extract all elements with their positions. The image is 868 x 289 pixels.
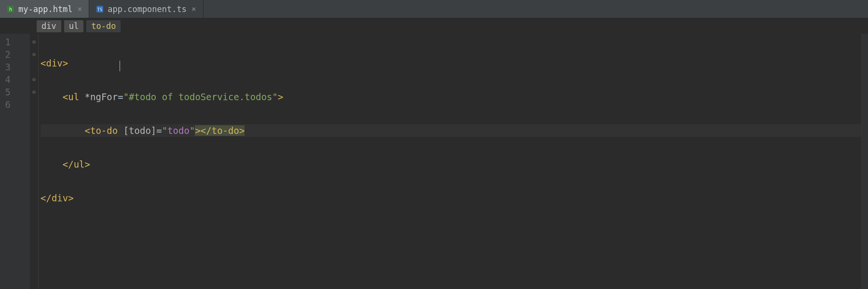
equals: = — [156, 125, 162, 136]
code-body[interactable]: <div> <ul *ngFor="#todo of todoService.t… — [39, 34, 861, 289]
code-line: <div> — [41, 57, 861, 69]
tag-close: > — [195, 125, 200, 136]
tag-name: ul — [74, 159, 85, 170]
code-line-empty — [41, 225, 861, 238]
code-line: </ul> — [41, 158, 861, 171]
attr-name: *ngFor — [85, 92, 118, 102]
tag-open: < — [41, 58, 46, 68]
tag-name: div — [46, 58, 62, 68]
breadcrumb: div ul to-do — [0, 18, 868, 34]
tab-label: my-app.html — [18, 4, 73, 14]
svg-text:TS: TS — [97, 7, 103, 12]
tag-close: > — [239, 125, 244, 136]
text-caret — [120, 61, 120, 71]
tag-open: < — [63, 92, 68, 102]
svg-text:h: h — [9, 7, 12, 12]
quote: " — [272, 92, 278, 102]
indent — [41, 125, 85, 136]
tag-open: < — [85, 125, 90, 136]
quote: " — [123, 92, 129, 102]
tag-close: > — [278, 92, 283, 102]
tag-open: </ — [63, 159, 74, 170]
attr-value: #todo of todoService.todos — [129, 92, 272, 102]
tag-close: > — [68, 193, 73, 203]
scrollbar-vertical[interactable] — [861, 34, 868, 289]
fold-close-icon[interactable]: ⊖ — [30, 86, 38, 98]
fold-open-icon[interactable]: ⊖ — [30, 48, 38, 61]
fold-open-icon[interactable]: ⊖ — [30, 36, 38, 48]
line-number: 6 — [0, 98, 30, 111]
fold-none — [30, 61, 38, 73]
tag-close: > — [85, 159, 90, 170]
line-number: 1 — [0, 36, 30, 48]
breadcrumb-item-to-do[interactable]: to-do — [86, 20, 121, 32]
fold-gutter: ⊖ ⊖ ⊖ ⊖ — [30, 34, 39, 289]
ts-file-icon: TS — [96, 5, 104, 13]
quote: " — [162, 125, 167, 136]
tag-name: to-do — [212, 125, 239, 136]
tab-my-app-html[interactable]: h my-app.html × — [0, 0, 89, 18]
quote: " — [190, 125, 195, 136]
code-line: <ul *ngFor="#todo of todoService.todos"> — [41, 91, 861, 103]
tag-open: </ — [41, 193, 52, 203]
tag-name: to-do — [90, 125, 118, 136]
fold-none — [30, 98, 38, 111]
tag-name: div — [52, 193, 68, 203]
indent — [41, 159, 63, 170]
close-icon[interactable]: × — [190, 4, 197, 13]
code-line: </div> — [41, 192, 861, 204]
breadcrumb-item-div[interactable]: div — [37, 20, 61, 32]
equals: = — [118, 92, 123, 102]
tab-label: app.component.ts — [108, 4, 187, 14]
close-icon[interactable]: × — [77, 4, 83, 13]
line-number-gutter: 1 2 3 4 5 6 — [0, 34, 30, 289]
attr-name: [todo] — [123, 125, 157, 136]
line-number: 5 — [0, 86, 30, 98]
attr-value: todo — [167, 125, 190, 136]
line-number: 3 — [0, 61, 30, 73]
tag-open: </ — [201, 125, 212, 136]
fold-close-icon[interactable]: ⊖ — [30, 73, 38, 86]
tag-close: > — [63, 58, 68, 68]
tab-bar: h my-app.html × TS app.component.ts × — [0, 0, 868, 18]
line-number: 4 — [0, 73, 30, 86]
tab-app-component-ts[interactable]: TS app.component.ts × — [89, 0, 203, 18]
space — [118, 125, 123, 136]
line-number: 2 — [0, 48, 30, 61]
html-file-icon: h — [7, 5, 14, 13]
tag-name: ul — [68, 92, 79, 102]
code-editor[interactable]: 1 2 3 4 5 6 ⊖ ⊖ ⊖ ⊖ <div> <ul *ngFor="#t… — [0, 34, 868, 289]
space — [79, 92, 84, 102]
breadcrumb-item-ul[interactable]: ul — [64, 20, 83, 32]
indent — [41, 92, 63, 102]
code-line-active: <to-do [todo]="todo"></to-do> — [41, 124, 861, 137]
